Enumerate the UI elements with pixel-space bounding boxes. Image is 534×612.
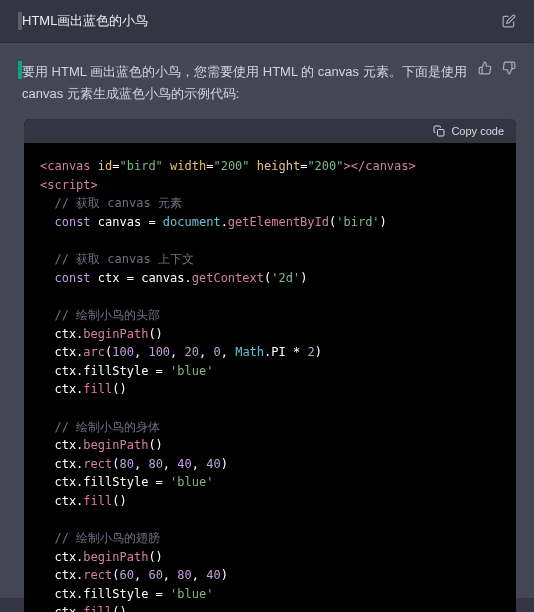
clipboard-icon[interactable] [433, 125, 445, 137]
assistant-message-row: 要用 HTML 画出蓝色的小鸟，您需要使用 HTML 的 canvas 元素。下… [0, 43, 534, 119]
code-content: <canvas id="bird" width="200" height="20… [24, 143, 516, 612]
user-message-row: HTML画出蓝色的小鸟 [0, 0, 534, 43]
edit-icon[interactable] [502, 14, 516, 28]
thumbs-down-icon[interactable] [502, 61, 516, 75]
code-header: Copy code [24, 119, 516, 143]
assistant-message-text: 要用 HTML 画出蓝色的小鸟，您需要使用 HTML 的 canvas 元素。下… [22, 61, 470, 105]
thumbs-up-icon[interactable] [478, 61, 492, 75]
svg-rect-0 [438, 130, 445, 137]
user-message-text: HTML画出蓝色的小鸟 [22, 12, 494, 30]
copy-code-button[interactable]: Copy code [451, 125, 504, 137]
code-block: Copy code <canvas id="bird" width="200" … [24, 119, 516, 612]
